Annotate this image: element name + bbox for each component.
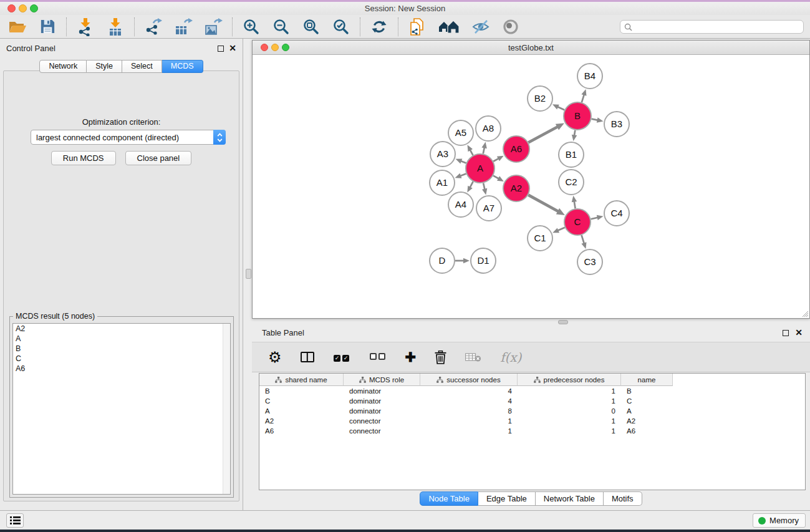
table-settings-button[interactable]: ⚙ — [268, 348, 282, 367]
hide-unselected-button[interactable] — [471, 17, 491, 37]
show-all-button[interactable] — [501, 17, 521, 37]
table-cell[interactable]: A — [259, 406, 344, 416]
table-cell[interactable]: 1 — [518, 416, 621, 426]
float-table-panel-button[interactable] — [783, 330, 789, 336]
graph-node-A5[interactable]: A5 — [448, 120, 473, 145]
import-table-button[interactable] — [105, 17, 125, 37]
tab-style[interactable]: Style — [87, 60, 122, 73]
home-view-button[interactable] — [437, 17, 461, 37]
graph-edge-A2-C[interactable] — [528, 195, 559, 212]
table-cell[interactable]: C — [259, 396, 344, 406]
column-view-button[interactable] — [301, 348, 314, 367]
zoom-out-button[interactable] — [271, 17, 291, 37]
graph-node-B1[interactable]: B1 — [559, 142, 584, 167]
table-cell[interactable]: 1 — [518, 426, 621, 436]
run-mcds-button[interactable]: Run MCDS — [51, 151, 116, 165]
table-row[interactable]: Bdominator41B — [259, 386, 805, 396]
table-cell[interactable]: 1 — [420, 416, 518, 426]
column-header-predecessor-nodes[interactable]: predecessor nodes — [518, 374, 621, 386]
graph-edge-A6-B[interactable] — [528, 127, 558, 143]
export-network-button[interactable] — [143, 17, 163, 37]
graph-node-D[interactable]: D — [430, 248, 455, 273]
close-panel-action-button[interactable]: Close panel — [125, 151, 192, 165]
table-row[interactable]: A6connector11A6 — [259, 426, 805, 436]
mcds-result-item[interactable]: A6 — [13, 364, 230, 374]
graph-edge-B-B4[interactable] — [582, 94, 584, 102]
vertical-splitter-handle[interactable] — [246, 269, 251, 279]
mcds-result-item[interactable]: A2 — [13, 324, 230, 334]
graph-node-C[interactable]: C — [564, 209, 591, 235]
tab-network-table[interactable]: Network Table — [536, 491, 604, 506]
zoom-in-button[interactable] — [241, 17, 261, 37]
resize-grip-icon[interactable] — [801, 309, 809, 317]
deselect-all-columns-button[interactable] — [369, 348, 387, 367]
result-list-scrollbar[interactable] — [223, 324, 230, 494]
select-all-columns-button[interactable]: ✓✓ — [333, 348, 350, 367]
duplicate-network-button[interactable] — [407, 17, 427, 37]
tab-network[interactable]: Network — [39, 60, 87, 73]
tab-edge-table[interactable]: Edge Table — [478, 491, 536, 506]
graph-node-A4[interactable]: A4 — [448, 192, 473, 217]
table-cell[interactable]: C — [621, 396, 673, 406]
table-cell[interactable]: B — [621, 386, 673, 396]
add-column-button[interactable]: ✚ — [405, 348, 417, 367]
table-row[interactable]: Cdominator41C — [259, 396, 805, 406]
tab-node-table[interactable]: Node Table — [420, 491, 478, 506]
table-cell[interactable]: 1 — [518, 386, 621, 396]
table-row[interactable]: A2connector11A2 — [259, 416, 805, 426]
table-cell[interactable]: dominator — [344, 406, 420, 416]
table-cell[interactable]: dominator — [344, 386, 420, 396]
table-cell[interactable]: A2 — [259, 416, 344, 426]
optimization-criterion-dropdown[interactable]: largest connected component (directed) — [31, 130, 226, 145]
table-cell[interactable]: A6 — [259, 426, 344, 436]
mcds-result-item[interactable]: C — [13, 354, 230, 364]
table-cell[interactable]: A2 — [621, 416, 673, 426]
horizontal-splitter-handle[interactable] — [558, 320, 568, 324]
table-cell[interactable]: connector — [344, 416, 420, 426]
graph-node-B[interactable]: B — [564, 102, 591, 130]
open-session-button[interactable] — [7, 17, 27, 37]
graph-node-B3[interactable]: B3 — [604, 112, 629, 137]
float-panel-button[interactable] — [218, 46, 224, 52]
graph-node-A7[interactable]: A7 — [476, 196, 501, 221]
save-session-button[interactable] — [37, 17, 57, 37]
mcds-result-item[interactable]: B — [13, 344, 230, 354]
column-header-successor-nodes[interactable]: successor nodes — [420, 374, 518, 386]
graph-node-A2[interactable]: A2 — [503, 175, 529, 201]
graph-node-A1[interactable]: A1 — [430, 170, 455, 195]
export-image-button[interactable] — [203, 17, 223, 37]
graph-node-B2[interactable]: B2 — [528, 86, 552, 111]
tab-mcds[interactable]: MCDS — [162, 60, 203, 73]
table-cell[interactable]: B — [259, 386, 344, 396]
task-history-button[interactable] — [6, 513, 24, 528]
table-cell[interactable]: dominator — [344, 396, 420, 406]
zoom-selected-button[interactable] — [331, 17, 351, 37]
table-cell[interactable]: 4 — [420, 396, 518, 406]
graph-node-C1[interactable]: C1 — [528, 226, 552, 251]
search-input[interactable] — [635, 21, 803, 32]
close-table-panel-button[interactable]: ✕ — [795, 327, 803, 337]
table-cell[interactable]: connector — [344, 426, 420, 436]
export-table-button[interactable] — [173, 17, 193, 37]
graph-node-C3[interactable]: C3 — [577, 249, 602, 274]
table-cell[interactable]: 0 — [518, 406, 621, 416]
tab-select[interactable]: Select — [122, 60, 162, 73]
close-panel-button[interactable]: ✕ — [229, 43, 236, 53]
mcds-result-item[interactable]: A — [13, 334, 230, 344]
table-cell[interactable]: 4 — [420, 386, 518, 396]
delete-table-button[interactable] — [465, 348, 481, 367]
tab-motifs[interactable]: Motifs — [604, 491, 642, 506]
graph-node-C4[interactable]: C4 — [604, 201, 629, 226]
table-cell[interactable]: 1 — [518, 396, 621, 406]
column-header-shared-name[interactable]: shared name — [259, 374, 344, 386]
graph-node-A8[interactable]: A8 — [476, 116, 501, 141]
graph-node-A3[interactable]: A3 — [430, 142, 455, 167]
graph-node-C2[interactable]: C2 — [559, 170, 584, 195]
import-network-button[interactable] — [75, 17, 95, 37]
column-header-name[interactable]: name — [621, 374, 673, 386]
graph-edge-C-C3[interactable] — [582, 235, 584, 244]
table-row[interactable]: Adominator80A — [259, 406, 805, 416]
mcds-result-list[interactable]: A2ABCA6 — [12, 323, 231, 495]
table-cell[interactable]: 1 — [420, 426, 518, 436]
graph-edge-C-C1[interactable] — [557, 228, 565, 231]
